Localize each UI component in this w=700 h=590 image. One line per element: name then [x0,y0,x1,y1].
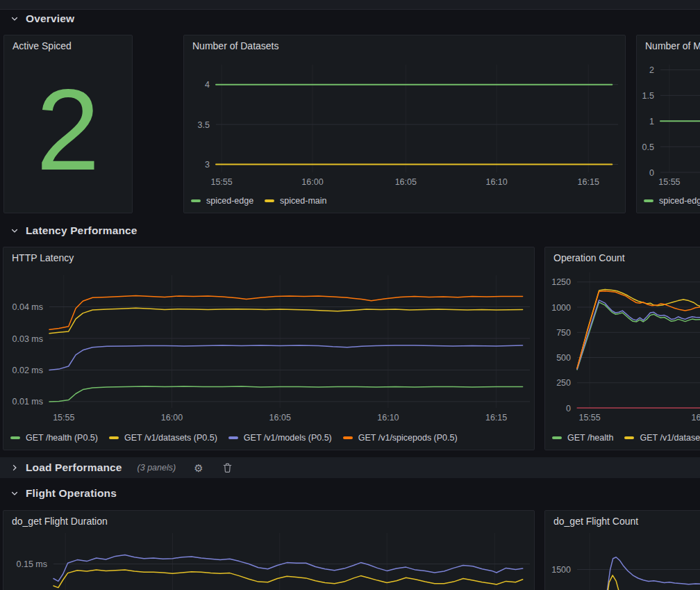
panel-title-operation-count[interactable]: Operation Count [545,247,700,267]
operation-count-legend: GET /healthGET /v1/datasetsGET /v1/model… [545,432,700,450]
svg-text:0.03 ms: 0.03 ms [12,334,43,344]
section-title-load-performance: Load Performance [26,461,122,474]
big-stat-value: 2 [4,55,132,213]
svg-text:16:05: 16:05 [395,177,417,187]
chart-canvas[interactable]: 15:5516:0016:0516:1000.511.52 [637,55,700,195]
svg-text:1500: 1500 [551,565,571,575]
svg-text:15:55: 15:55 [53,413,74,423]
top-bar [0,0,700,10]
legend-item[interactable]: GET /v1/datasets (P0.5) [109,433,217,443]
chart-canvas[interactable]: 15:5516:0016:0516:1016:150.01 ms0.02 ms0… [3,267,534,432]
chart-canvas[interactable]: 1500 [545,530,700,590]
panel-title-flight-duration[interactable]: do_get Flight Duration [3,511,534,530]
legend-color-chip [228,436,238,439]
svg-text:0.02 ms: 0.02 ms [12,366,43,375]
svg-text:16:15: 16:15 [578,177,599,187]
svg-text:4: 4 [205,80,210,90]
svg-text:0: 0 [649,168,654,178]
svg-text:16:10: 16:10 [485,177,507,187]
section-title-latency-performance: Latency Performance [26,224,138,237]
svg-text:16:00: 16:00 [301,177,323,187]
svg-text:15:55: 15:55 [578,413,600,423]
chart-canvas[interactable]: 15:5516:0016:05025050075010001250 [545,267,700,432]
legend-item[interactable]: spiced-main [265,196,326,206]
svg-text:250: 250 [556,378,571,388]
legend-label: GET /v1/models (P0.5) [244,433,332,443]
http-latency-legend: GET /health (P0.5)GET /v1/datasets (P0.5… [3,432,534,450]
svg-text:15:55: 15:55 [658,177,680,187]
chevron-down-icon [9,13,20,24]
svg-text:3.5: 3.5 [198,120,210,130]
gear-icon[interactable]: ⚙ [194,463,203,473]
svg-text:500: 500 [556,353,571,363]
legend-item[interactable]: GET /v1/datasets [624,433,700,443]
svg-text:1250: 1250 [551,277,571,287]
panel-title-flight-count[interactable]: do_get Flight Count [545,511,700,530]
legend-color-chip [10,436,20,439]
panel-flight-duration: do_get Flight Duration 0.15 ms [3,510,535,590]
grafana-dashboard: { "colors": { "green": "#73BF69", "yello… [0,0,700,590]
legend-label: spiced-main [280,196,326,206]
number-of-datasets-chart[interactable]: 15:5516:0016:0516:1016:1533.54 [184,55,625,195]
legend-item[interactable]: GET /v1/spicepods (P0.5) [343,433,458,443]
number-of-models-chart[interactable]: 15:5516:0016:0516:1000.511.52 [637,55,700,195]
svg-text:16:10: 16:10 [377,413,399,423]
svg-text:3: 3 [205,160,210,170]
svg-text:16:15: 16:15 [485,413,507,423]
legend-item[interactable]: GET /health [552,433,613,443]
legend-label: GET /health [567,433,613,443]
svg-text:750: 750 [556,328,571,338]
legend-color-chip [265,199,274,202]
operation-count-chart[interactable]: 15:5516:0016:05025050075010001250 [545,267,700,432]
section-header-load-performance[interactable]: Load Performance (3 panels) ⚙ [0,457,700,478]
flight-duration-chart[interactable]: 0.15 ms [3,530,534,590]
panel-title-active-spiced[interactable]: Active Spiced [4,35,132,55]
section-header-latency-performance[interactable]: Latency Performance [0,221,700,240]
svg-text:0.5: 0.5 [642,142,654,152]
section-header-flight-operations[interactable]: Flight Operations [0,484,700,503]
legend-color-chip [644,199,653,202]
svg-text:1000: 1000 [551,303,571,313]
panel-flight-count: do_get Flight Count 1500 [544,510,700,590]
svg-text:0.15 ms: 0.15 ms [17,559,47,569]
svg-text:2: 2 [649,65,654,75]
chevron-down-icon [9,488,20,499]
svg-text:16:00: 16:00 [161,413,183,423]
legend-label: spiced-edge [206,196,253,206]
panel-operation-count: Operation Count 15:5516:0016:05025050075… [544,247,700,450]
svg-text:1.5: 1.5 [642,91,654,101]
panel-title-http-latency[interactable]: HTTP Latency [3,247,534,267]
legend-label: GET /v1/spicepods (P0.5) [358,433,458,443]
legend-label: GET /health (P0.5) [26,433,98,443]
svg-text:1: 1 [649,117,654,126]
svg-text:0.04 ms: 0.04 ms [12,302,43,312]
flight-count-chart[interactable]: 1500 [545,530,700,590]
legend-item[interactable]: spiced-edge [191,196,253,206]
legend-color-chip [552,436,562,439]
svg-text:16:05: 16:05 [269,413,291,423]
legend-color-chip [109,436,119,439]
legend-label: GET /v1/datasets [640,433,700,443]
number-of-datasets-legend: spiced-edgespiced-main [184,195,625,213]
panel-count-note: (3 panels) [138,463,176,473]
panel-number-of-datasets: Number of Datasets 15:5516:0016:0516:101… [183,35,626,213]
chevron-right-icon [9,462,20,473]
legend-item[interactable]: spiced-edge [644,196,700,206]
http-latency-chart[interactable]: 15:5516:0016:0516:1016:150.01 ms0.02 ms0… [3,267,534,432]
legend-item[interactable]: GET /health (P0.5) [10,433,98,443]
legend-color-chip [343,436,353,439]
svg-text:15:55: 15:55 [210,177,232,187]
panel-title-number-of-datasets[interactable]: Number of Datasets [184,35,625,55]
svg-text:0: 0 [566,404,571,413]
chart-canvas[interactable]: 15:5516:0016:0516:1016:1533.54 [184,55,625,195]
svg-text:16:00: 16:00 [692,413,700,423]
legend-color-chip [191,199,201,202]
section-header-overview[interactable]: Overview [0,9,700,28]
legend-item[interactable]: GET /v1/models (P0.5) [228,433,332,443]
trash-icon[interactable] [223,463,232,473]
section-title-flight-operations: Flight Operations [26,487,117,500]
legend-color-chip [624,436,634,439]
chart-canvas[interactable]: 0.15 ms [3,530,534,590]
panel-title-number-of-models[interactable]: Number of Models [637,35,700,55]
legend-label: spiced-edge [659,196,700,206]
